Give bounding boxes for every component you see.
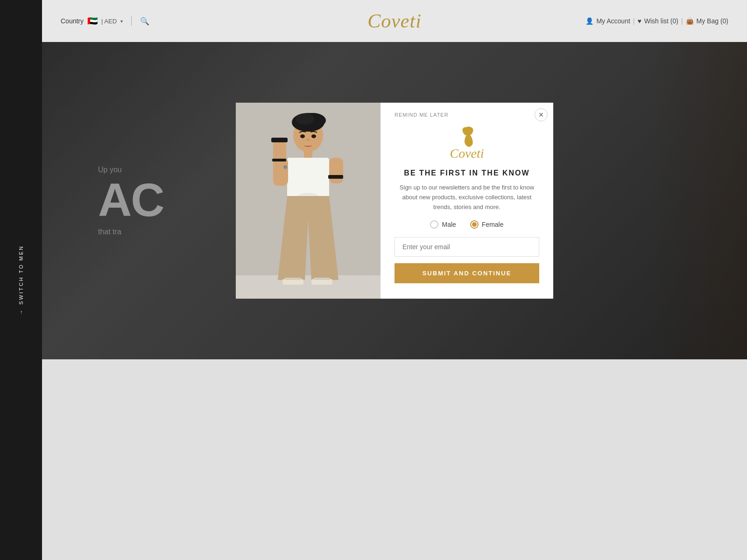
newsletter-modal: REMIND ME LATER Coveti BE THE FIRST IN T…	[236, 103, 553, 299]
modal-subtext: Sign up to our newsletters and be the fi…	[395, 183, 539, 212]
heart-icon: ♥	[637, 17, 641, 25]
svg-rect-16	[285, 278, 301, 280]
svg-rect-21	[272, 159, 286, 161]
close-button[interactable]: ×	[535, 108, 548, 121]
modal-logo-svg: Coveti	[444, 126, 490, 163]
country-label: Country	[61, 17, 84, 25]
male-label: Male	[442, 221, 456, 228]
female-label: Female	[482, 221, 504, 228]
header: Country 🇦🇪 | AED ▾ 🔍 Coveti 👤 My Account…	[42, 0, 747, 42]
svg-point-18	[300, 134, 305, 138]
gender-female-option[interactable]: Female	[470, 220, 504, 229]
svg-rect-1	[236, 275, 381, 299]
svg-rect-10	[328, 175, 343, 179]
svg-point-19	[311, 134, 316, 138]
svg-text:Coveti: Coveti	[450, 146, 484, 161]
svg-rect-9	[329, 158, 343, 183]
bottom-area	[42, 359, 747, 560]
switch-to-men[interactable]: → SWITCH TO MEN	[18, 245, 24, 315]
sidebar-arrow-icon: →	[18, 308, 24, 315]
header-right: 👤 My Account | ♥ Wish list (0) | 👜 My Ba…	[585, 17, 728, 25]
separator-2: |	[681, 17, 683, 25]
gender-selection: Male Female	[430, 220, 503, 229]
modal-overlay: REMIND ME LATER Coveti BE THE FIRST IN T…	[42, 42, 747, 359]
currency-display: | AED	[101, 18, 117, 25]
flag-icon: 🇦🇪	[87, 16, 98, 26]
search-icon[interactable]: 🔍	[140, 17, 149, 26]
svg-rect-11	[273, 140, 286, 166]
svg-rect-6	[304, 149, 312, 159]
modal-image	[236, 103, 381, 299]
svg-point-5	[296, 113, 314, 125]
site-logo[interactable]: Coveti	[367, 10, 422, 32]
female-radio[interactable]	[470, 220, 479, 229]
submit-button[interactable]: SUBMIT AND CONTINUE	[395, 263, 539, 283]
sidebar-label: SWITCH TO MEN	[18, 245, 24, 305]
fashion-figure-svg	[236, 103, 381, 299]
chevron-down-icon[interactable]: ▾	[120, 19, 123, 24]
my-bag-link[interactable]: My Bag (0)	[697, 17, 728, 25]
male-radio[interactable]	[430, 220, 438, 229]
header-left: Country 🇦🇪 | AED ▾ 🔍	[61, 16, 149, 26]
modal-heading: BE THE FIRST IN THE KNOW	[404, 169, 529, 177]
my-account-link[interactable]: My Account	[596, 17, 630, 25]
female-radio-dot	[472, 222, 477, 227]
bag-icon: 👜	[686, 17, 694, 25]
remind-later-link[interactable]: REMIND ME LATER	[395, 112, 449, 118]
wish-list-link[interactable]: Wish list (0)	[644, 17, 678, 25]
email-input[interactable]	[395, 237, 539, 257]
person-icon: 👤	[585, 17, 593, 25]
svg-rect-17	[314, 278, 330, 280]
svg-point-20	[283, 165, 287, 169]
header-divider	[131, 16, 132, 26]
modal-content: REMIND ME LATER Coveti BE THE FIRST IN T…	[381, 103, 553, 299]
gender-male-option[interactable]: Male	[430, 220, 456, 229]
sidebar: → SWITCH TO MEN	[0, 0, 42, 560]
svg-rect-12	[271, 138, 288, 142]
separator-1: |	[633, 17, 635, 25]
header-logo-area: Coveti	[367, 10, 422, 32]
